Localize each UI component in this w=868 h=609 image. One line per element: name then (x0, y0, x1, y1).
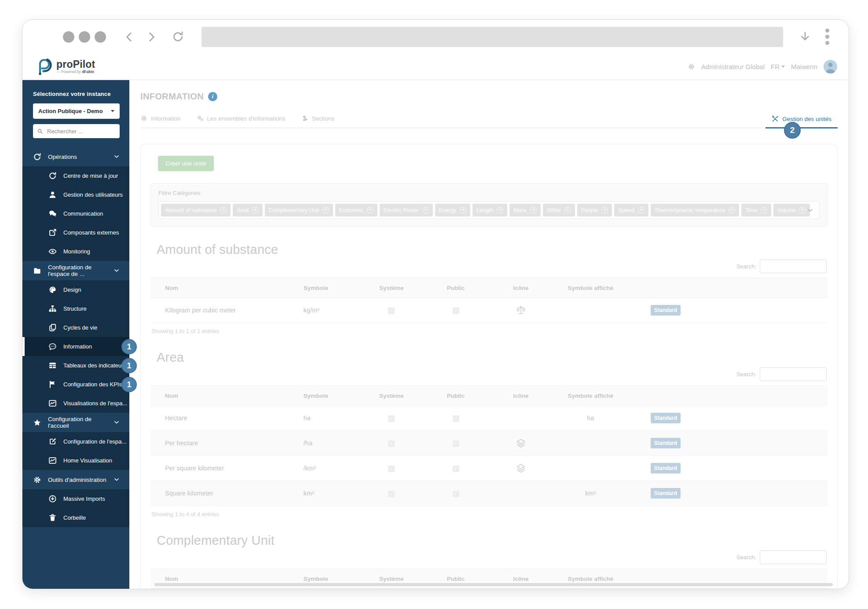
filter-chip-amount-of-substance[interactable]: Amount of substance✕ (161, 204, 231, 216)
filter-chip-mass[interactable]: Mass✕ (509, 204, 541, 216)
chip-label: Length (476, 207, 493, 213)
sidebar-item-structure[interactable]: Structure (22, 299, 129, 318)
tab-sections[interactable]: Sections (301, 115, 335, 128)
chip-remove-icon[interactable]: ✕ (422, 207, 429, 213)
sidebar-group-outils-d-administration[interactable]: Outils d'administration (22, 470, 129, 489)
tab-gestion-des-unites[interactable]: Gestion des unités (765, 115, 838, 128)
search-icon (37, 128, 43, 134)
sidebar-item-tableaux-des-indicateurs[interactable]: Tableaux des indicateurs1 (22, 356, 129, 375)
checkbox-checked-icon: ✓ (453, 308, 459, 314)
download-icon[interactable] (799, 31, 811, 43)
filter-chip-volume[interactable]: Volume✕ (773, 204, 810, 216)
sidebar-item-massive-imports[interactable]: Massive Imports (22, 489, 129, 508)
logo[interactable]: proPilot — Powered by dFakto (34, 58, 95, 76)
chevron-down-icon[interactable] (806, 207, 813, 214)
chip-remove-icon[interactable]: ✕ (497, 207, 503, 213)
filter-chip-complementary-unit[interactable]: Complementary Unit✕ (265, 204, 333, 216)
sidebar-item-communication[interactable]: Communication (22, 204, 129, 223)
sidebar-item-composants-externes[interactable]: Composants externes (22, 223, 129, 242)
create-unit-button[interactable]: Créer une unité (158, 156, 214, 171)
table-row[interactable]: Per hectare/ha✓✓Standard (150, 431, 828, 456)
chip-remove-icon[interactable]: ✕ (564, 207, 571, 213)
sidebar-item-information[interactable]: Information1 (22, 337, 129, 356)
filter-chip-area[interactable]: Area✕ (233, 204, 262, 216)
filter-chip-economic[interactable]: Economic✕ (335, 204, 377, 216)
sidebar-item-label: Configuration des KPIs (63, 381, 122, 388)
sidebar-group-configuration-de-l-accueil[interactable]: Configuration de l'accueil (22, 413, 129, 432)
chip-remove-icon[interactable]: ✕ (601, 207, 608, 213)
instance-select[interactable]: Action Publique - Demo (33, 103, 120, 119)
filter-chip-electric-power[interactable]: Electric Power✕ (380, 204, 433, 216)
sidebar-group-op-rations[interactable]: Opérations (22, 147, 129, 166)
table-row[interactable]: Kilogram per cubic meterkg/m³✓✓Standard (150, 298, 828, 323)
cell-public: ✓ (422, 589, 490, 590)
sidebar-group-configuration-de-l-espace-de[interactable]: Configuration de l'espace de ... (22, 261, 129, 280)
table-row[interactable]: Per Mille‰✓✓‰Standard (150, 589, 828, 590)
filter-chip-energy[interactable]: Energy✕ (435, 204, 471, 216)
table-search-input[interactable] (760, 367, 827, 381)
filter-chip-length[interactable]: Length✕ (472, 204, 507, 216)
menu-kebab-icon[interactable] (825, 29, 829, 45)
cell-symbole: /ha (304, 431, 361, 456)
back-icon[interactable] (124, 31, 135, 43)
column-header-nom: Nom (150, 278, 304, 298)
sidebar-item-monitoring[interactable]: Monitoring (22, 242, 129, 261)
chip-remove-icon[interactable]: ✕ (761, 207, 767, 213)
chip-remove-icon[interactable]: ✕ (220, 207, 227, 213)
traffic-light-icon[interactable] (63, 31, 74, 43)
chip-remove-icon[interactable]: ✕ (367, 207, 374, 213)
chip-label: Other (547, 207, 560, 213)
chevron-down-icon (114, 154, 120, 160)
horizontal-scrollbar[interactable] (154, 583, 833, 586)
table-search-input[interactable] (760, 260, 827, 273)
sidebar-item-design[interactable]: Design (22, 280, 129, 299)
cell-icone (490, 589, 552, 590)
table-row[interactable]: Per square kilometer/km²✓✓Standard (150, 456, 828, 481)
refresh-icon[interactable] (172, 31, 184, 43)
standard-badge: Standard (651, 463, 681, 473)
traffic-light-icon[interactable] (79, 31, 90, 43)
sidebar-item-centre-de-mise-jour[interactable]: Centre de mise à jour (22, 166, 129, 185)
caret-down-icon (111, 110, 114, 112)
chip-remove-icon[interactable]: ✕ (530, 207, 537, 213)
chip-remove-icon[interactable]: ✕ (460, 207, 466, 213)
traffic-light-icon[interactable] (95, 31, 106, 43)
annotation-badge-1: 1 (121, 339, 137, 354)
chip-remove-icon[interactable]: ✕ (729, 207, 735, 213)
address-bar[interactable] (201, 27, 783, 47)
sidebar-item-configuration-des-kpis[interactable]: Configuration des KPIs1 (22, 375, 129, 394)
cell-badge: Standard (629, 481, 828, 506)
chip-remove-icon[interactable]: ✕ (322, 207, 329, 213)
cell-nom: Square kilometer (150, 481, 304, 506)
chevron-down-icon (114, 419, 120, 426)
chip-remove-icon[interactable]: ✕ (252, 207, 259, 213)
forward-icon[interactable] (146, 31, 157, 43)
tab-information[interactable]: Information (140, 115, 181, 128)
sidebar-search-input[interactable] (46, 128, 112, 135)
table-search-input[interactable] (760, 550, 827, 564)
sidebar-item-corbeille[interactable]: Corbeille (22, 508, 129, 527)
avatar[interactable] (824, 60, 837, 73)
filter-chip-people[interactable]: People✕ (577, 204, 612, 216)
filter-chip-time[interactable]: Time✕ (741, 204, 771, 216)
category-filter: Filtre Catégories: Amount of substance✕A… (150, 183, 828, 227)
username[interactable]: Maiwenn (791, 63, 817, 70)
language-selector[interactable]: FR (771, 63, 785, 70)
sidebar-item-visualisations-de-l-espa[interactable]: Visualisations de l'espa... (22, 394, 129, 413)
info-icon[interactable]: i (208, 92, 217, 101)
sidebar-item-gestion-des-utilisateurs[interactable]: Gestion des utilisateurs (22, 185, 129, 204)
filter-chip-other[interactable]: Other✕ (543, 204, 575, 216)
sidebar-item-configuration-de-l-espa[interactable]: Configuration de l'espa... (22, 432, 129, 451)
cell-icone (490, 456, 552, 481)
sidebar-item-home-visualisation[interactable]: Home Visualisation (22, 451, 129, 470)
filter-chip-speed[interactable]: Speed✕ (614, 204, 648, 216)
filter-chips[interactable]: Amount of substance✕Area✕Complementary U… (158, 201, 820, 219)
tab-les-ensembles-d-informations[interactable]: Les ensembles d'informations (197, 115, 286, 128)
comment-dots-icon (48, 342, 57, 351)
chip-remove-icon[interactable]: ✕ (638, 207, 645, 213)
table-row[interactable]: Hectareha✓✓haStandard (150, 406, 828, 431)
filter-chip-thermodynamic-temperature[interactable]: Thermodynamic temperature✕ (651, 204, 739, 216)
chip-remove-icon[interactable]: ✕ (799, 207, 806, 213)
sidebar-item-cycles-de-vie[interactable]: Cycles de vie (22, 318, 129, 337)
table-row[interactable]: Square kilometerkm²✓✓km²Standard (150, 481, 828, 506)
